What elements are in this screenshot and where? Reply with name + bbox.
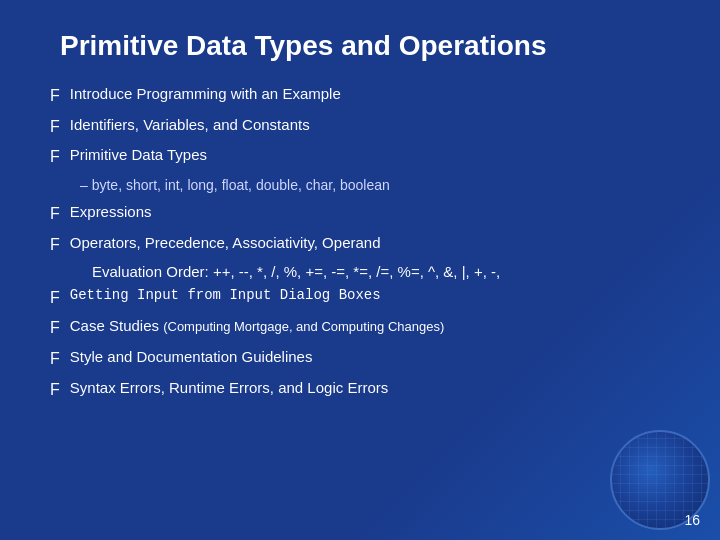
bullet-arrow: F <box>50 346 60 372</box>
slide-title: Primitive Data Types and Operations <box>60 30 670 62</box>
list-item: F Identifiers, Variables, and Constants <box>50 113 670 140</box>
bullet-text: Case Studies (Computing Mortgage, and Co… <box>70 314 445 338</box>
list-item: F Operators, Precedence, Associativity, … <box>50 231 670 258</box>
list-item: F Getting Input from Input Dialog Boxes <box>50 284 670 311</box>
bullet-text: Introduce Programming with an Example <box>70 82 341 106</box>
bullet-arrow: F <box>50 201 60 227</box>
list-item: F Style and Documentation Guidelines <box>50 345 670 372</box>
bullet-text: Style and Documentation Guidelines <box>70 345 313 369</box>
bullet-arrow: F <box>50 144 60 170</box>
list-item: F Case Studies (Computing Mortgage, and … <box>50 314 670 341</box>
bullet-arrow: F <box>50 232 60 258</box>
bullet-text-mono: Getting Input from Input Dialog Boxes <box>70 284 381 306</box>
list-item: F Introduce Programming with an Example <box>50 82 670 109</box>
bullet-text: Primitive Data Types <box>70 143 207 167</box>
case-studies-detail: (Computing Mortgage, and Computing Chang… <box>163 319 444 334</box>
bullet-arrow: F <box>50 377 60 403</box>
bullet-text: Syntax Errors, Runtime Errors, and Logic… <box>70 376 388 400</box>
bullet-arrow: F <box>50 315 60 341</box>
content-area: F Introduce Programming with an Example … <box>50 82 670 402</box>
list-item: F Expressions <box>50 200 670 227</box>
slide: Primitive Data Types and Operations F In… <box>0 0 720 540</box>
case-studies-label: Case Studies <box>70 317 163 334</box>
bullet-text: Operators, Precedence, Associativity, Op… <box>70 231 381 255</box>
bullet-arrow: F <box>50 285 60 311</box>
bullet-arrow: F <box>50 114 60 140</box>
list-item: F Syntax Errors, Runtime Errors, and Log… <box>50 376 670 403</box>
operators-continuation: Evaluation Order: ++, --, *, /, %, +=, -… <box>92 261 670 284</box>
sub-item: – byte, short, int, long, float, double,… <box>80 174 670 196</box>
list-item: F Primitive Data Types <box>50 143 670 170</box>
page-number: 16 <box>684 512 700 528</box>
bullet-text: Expressions <box>70 200 152 224</box>
bullet-arrow: F <box>50 83 60 109</box>
bullet-text: Identifiers, Variables, and Constants <box>70 113 310 137</box>
